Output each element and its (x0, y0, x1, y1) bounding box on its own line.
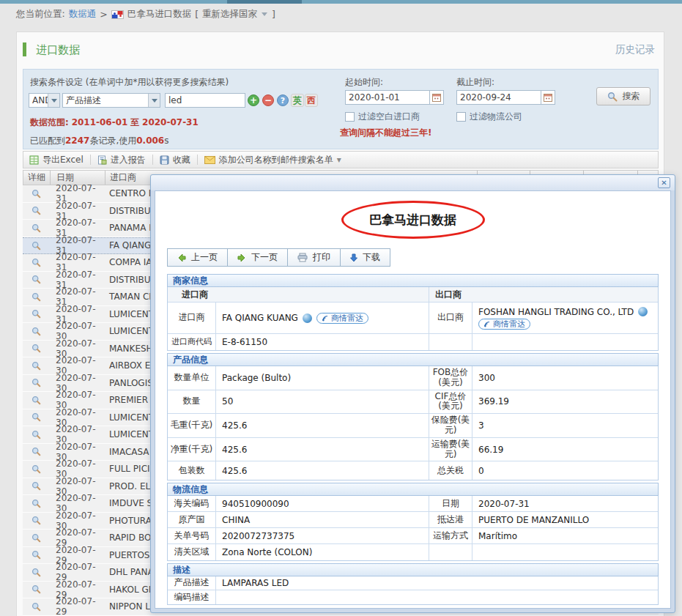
magnifier-icon[interactable] (31, 499, 41, 508)
field-value: 425.6 (216, 414, 429, 437)
spanish-lang-button[interactable]: 西 (305, 94, 318, 107)
magnifier-icon[interactable] (31, 327, 41, 336)
end-date-label: 截止时间: (456, 76, 494, 89)
magnifier-icon[interactable] (31, 361, 41, 371)
next-page-button[interactable]: 下一页 (227, 248, 288, 267)
detail-cell[interactable] (23, 292, 50, 302)
detail-cell[interactable] (23, 516, 50, 525)
matched-summary: 已匹配到2247条记录,使用0.006s (30, 135, 168, 147)
field-label: 产品描述 (168, 576, 216, 590)
close-icon[interactable]: ✕ (658, 177, 670, 188)
detail-cell[interactable] (23, 533, 50, 543)
magnifier-icon[interactable] (31, 464, 41, 474)
detail-cell[interactable] (23, 585, 50, 594)
filter-blank-importer-checkbox[interactable] (345, 112, 355, 122)
add-mail-search-button[interactable]: 添加公司名称到邮件搜索名单 ▾ (204, 154, 341, 166)
breadcrumb-home-link[interactable]: 数据通 (69, 8, 97, 21)
magnifier-icon[interactable] (31, 430, 41, 439)
col-detail[interactable]: 详细 (23, 171, 51, 185)
magnifier-icon[interactable] (31, 344, 41, 353)
calendar-icon[interactable] (541, 90, 555, 105)
detail-cell[interactable] (23, 464, 50, 474)
magnifier-icon[interactable] (31, 292, 41, 302)
magnifier-icon[interactable] (31, 568, 41, 577)
magnifier-icon[interactable] (31, 516, 41, 525)
detail-cell[interactable] (23, 602, 50, 612)
detail-cell[interactable] (23, 361, 50, 371)
detail-cell[interactable] (23, 447, 50, 456)
add-condition-button[interactable]: + (248, 94, 259, 106)
detail-cell[interactable] (23, 499, 50, 508)
field-label: 清关区域 (168, 544, 216, 560)
detail-cell[interactable] (23, 189, 50, 198)
detail-cell[interactable] (23, 430, 50, 439)
detail-cell[interactable] (23, 344, 50, 353)
detail-cell[interactable] (23, 481, 50, 491)
magnifier-icon[interactable] (31, 189, 41, 198)
importer-radar-badge[interactable]: 商情雷达 (316, 313, 368, 324)
field-value: 0 (472, 461, 658, 480)
favorite-button[interactable]: 收藏 (160, 154, 190, 166)
globe-icon[interactable] (303, 313, 312, 323)
filter-logistics-checkbox[interactable] (456, 112, 466, 122)
detail-cell[interactable] (23, 223, 50, 233)
detail-cell[interactable] (23, 550, 50, 560)
col-date[interactable]: 日期 (51, 171, 105, 185)
help-button[interactable]: ? (277, 94, 289, 106)
magnifier-icon[interactable] (31, 481, 41, 491)
export-excel-button[interactable]: 导出Excel (29, 154, 84, 166)
detail-cell[interactable] (23, 258, 50, 267)
magnifier-icon[interactable] (31, 223, 41, 233)
magnifier-icon[interactable] (31, 533, 41, 543)
start-date-label: 起始时间: (345, 76, 383, 89)
magnifier-icon[interactable] (31, 275, 41, 284)
magnifier-icon[interactable] (31, 550, 41, 560)
table-row: 数量 50 CIF总价(美元) 369.19 (168, 390, 658, 415)
search-field-select[interactable]: 产品描述 (62, 93, 160, 108)
globe-icon[interactable] (638, 307, 648, 316)
enter-report-button[interactable]: 进入报告 (97, 154, 146, 166)
field-value: 369.19 (472, 390, 658, 414)
product-info-table: 数量单位 Package (Bulto) FOB总价(美元) 300 数量 50… (167, 366, 659, 480)
detail-cell[interactable] (23, 309, 50, 319)
magnifier-icon[interactable] (31, 412, 41, 422)
field-value: CHINA (216, 512, 429, 527)
detail-cell[interactable] (23, 412, 50, 422)
reselect-country-link[interactable]: 重新选择国家 (202, 8, 257, 21)
matched-time: 0.006 (136, 136, 164, 146)
magnifier-icon[interactable] (31, 258, 41, 267)
detail-cell[interactable] (23, 396, 50, 405)
history-link[interactable]: 历史记录 (615, 43, 655, 56)
english-lang-button[interactable]: 英 (291, 94, 304, 107)
field-label: 抵达港 (429, 512, 472, 527)
magnifier-icon[interactable] (31, 447, 41, 456)
download-button[interactable]: 下载 (340, 248, 390, 267)
detail-cell[interactable] (23, 275, 50, 284)
magnifier-icon[interactable] (31, 309, 41, 319)
bool-operator-select[interactable]: AND (29, 93, 60, 108)
detail-cell[interactable] (23, 241, 50, 251)
keyword-input[interactable]: led (165, 93, 245, 108)
magnifier-icon[interactable] (31, 602, 41, 612)
exporter-radar-badge[interactable]: 商情雷达 (478, 319, 530, 330)
detail-cell[interactable] (23, 206, 50, 215)
prev-page-button[interactable]: 上一页 (167, 248, 228, 267)
calendar-icon[interactable] (430, 90, 444, 105)
detail-cell[interactable] (23, 378, 50, 387)
print-button[interactable]: 打印 (287, 248, 341, 267)
magnifier-icon[interactable] (31, 396, 41, 405)
search-button[interactable]: 搜索 (596, 87, 651, 105)
start-date-input[interactable]: 2020-01-01 (345, 90, 430, 105)
merchant-main-row: 进口商 FA QIANG KUANG 商情雷达 出口商 (168, 303, 658, 334)
magnifier-icon[interactable] (31, 585, 41, 594)
magnifier-icon[interactable] (31, 378, 41, 387)
remove-condition-button[interactable]: − (262, 94, 274, 106)
detail-cell[interactable] (23, 327, 50, 336)
end-date-input[interactable]: 2020-09-24 (456, 90, 541, 105)
radar-icon (483, 320, 491, 327)
excel-icon (29, 155, 39, 165)
field-value: 2020-07-31 (472, 496, 658, 511)
magnifier-icon[interactable] (31, 206, 41, 215)
detail-cell[interactable] (23, 568, 50, 577)
magnifier-icon[interactable] (31, 241, 41, 251)
